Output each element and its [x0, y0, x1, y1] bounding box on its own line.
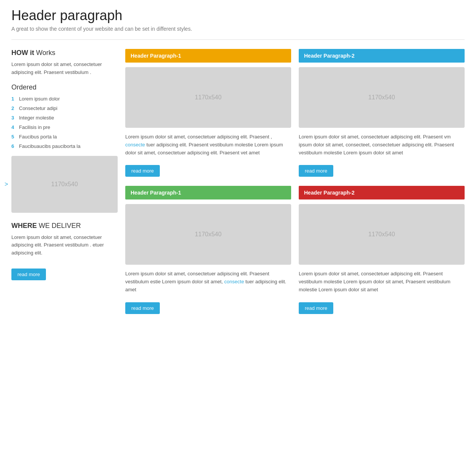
- list-text: Integer molestie: [19, 115, 54, 121]
- panel-top-1-text-after: tuer adipiscing elit. Praesent vestibulu…: [125, 142, 283, 155]
- bottom-panels-row: Header Paragraph-1 1170x540 Lorem ipsum …: [125, 186, 465, 314]
- list-item: 3 Integer molestie: [11, 115, 118, 121]
- how-bold: HOW it: [11, 49, 34, 57]
- panel-bottom-1-read-more-button[interactable]: read more: [125, 302, 160, 314]
- how-text: Lorem ipsum dolor sit amet, consectetuer…: [11, 61, 118, 77]
- page-title: Header paragraph: [11, 8, 465, 24]
- panel-top-2-header: Header Paragraph-2: [299, 49, 465, 63]
- panel-top-1: Header Paragraph-1 1170x540 Lorem ipsum …: [125, 49, 291, 177]
- panel-bottom-1-text: Lorem ipsum dolor sit amet, consectetuer…: [125, 270, 291, 294]
- panel-top-1-text-before: Lorem ipsum dolor sit amet, consectetuer…: [125, 134, 272, 140]
- left-column: HOW it Works Lorem ipsum dolor sit amet,…: [11, 49, 118, 323]
- list-text: Consectetur adipi: [19, 105, 57, 111]
- panel-top-1-image: 1170x540: [125, 67, 291, 128]
- panel-bottom-1-link[interactable]: consecte: [224, 279, 244, 284]
- list-num: 6: [11, 143, 19, 149]
- main-layout: HOW it Works Lorem ipsum dolor sit amet,…: [11, 49, 465, 323]
- ordered-list: 1 Lorem ipsum dolor 2 Consectetur adipi …: [11, 96, 118, 149]
- list-num: 5: [11, 134, 19, 140]
- list-text: Faucibuaucibs pauciborta la: [19, 143, 80, 149]
- slider-arrow-icon[interactable]: >: [5, 181, 8, 188]
- panel-top-1-header: Header Paragraph-1: [125, 49, 291, 63]
- top-panels-row: Header Paragraph-1 1170x540 Lorem ipsum …: [125, 49, 465, 177]
- panel-bottom-2-image: 1170x540: [299, 204, 465, 265]
- panel-top-1-text: Lorem ipsum dolor sit amet, consectetuer…: [125, 133, 291, 157]
- list-item: 1 Lorem ipsum dolor: [11, 96, 118, 102]
- list-num: 1: [11, 96, 19, 102]
- where-read-more-button[interactable]: read more: [11, 269, 46, 280]
- where-section: WHERE WE DELIVER Lorem ipsum dolor sit a…: [11, 222, 118, 280]
- panel-bottom-2-read-more-button[interactable]: read more: [299, 302, 333, 314]
- where-bold: WHERE: [11, 222, 37, 229]
- panel-top-1-read-more-button[interactable]: read more: [125, 165, 160, 177]
- list-item: 6 Faucibuaucibs pauciborta la: [11, 143, 118, 149]
- page-subtitle: A great to show the content of your webs…: [11, 26, 465, 32]
- left-image-label: 1170x540: [51, 181, 78, 188]
- list-item: 2 Consectetur adipi: [11, 105, 118, 111]
- panel-top-2-read-more-button[interactable]: read more: [299, 165, 333, 177]
- how-rest: Works: [34, 49, 55, 57]
- list-text: Faucibus porta la: [19, 134, 57, 140]
- panel-top-2-image: 1170x540: [299, 67, 465, 128]
- right-column: Header Paragraph-1 1170x540 Lorem ipsum …: [125, 49, 465, 323]
- panel-bottom-1-image: 1170x540: [125, 204, 291, 265]
- list-num: 2: [11, 105, 19, 111]
- panel-bottom-2: Header Paragraph-2 1170x540 Lorem ipsum …: [299, 186, 465, 314]
- panel-bottom-2-text: Lorem ipsum dolor sit amet, consectetuer…: [299, 270, 465, 294]
- list-text: Lorem ipsum dolor: [19, 96, 60, 102]
- where-text: Lorem ipsum dolor sit amet, consectetuer…: [11, 234, 118, 257]
- ordered-title: Ordered: [11, 83, 118, 91]
- list-item: 4 Facilisis in pre: [11, 124, 118, 130]
- list-num: 4: [11, 124, 19, 130]
- where-heading: WHERE WE DELIVER: [11, 222, 118, 230]
- list-num: 3: [11, 115, 19, 121]
- panel-bottom-1: Header Paragraph-1 1170x540 Lorem ipsum …: [125, 186, 291, 314]
- panel-top-2-text: Lorem ipsum dolor sit amet, consectetuer…: [299, 133, 465, 157]
- left-slider-image: > 1170x540: [11, 156, 118, 213]
- where-rest: WE DELIVER: [37, 222, 81, 229]
- list-item: 5 Faucibus porta la: [11, 134, 118, 140]
- panel-bottom-2-header: Header Paragraph-2: [299, 186, 465, 199]
- how-it-works-heading: HOW it Works: [11, 49, 118, 57]
- panel-top-1-link[interactable]: consecte: [125, 142, 145, 148]
- panel-bottom-1-header: Header Paragraph-1: [125, 186, 291, 199]
- panel-top-2: Header Paragraph-2 1170x540 Lorem ipsum …: [299, 49, 465, 177]
- list-text: Facilisis in pre: [19, 124, 50, 130]
- section-divider: [11, 39, 465, 40]
